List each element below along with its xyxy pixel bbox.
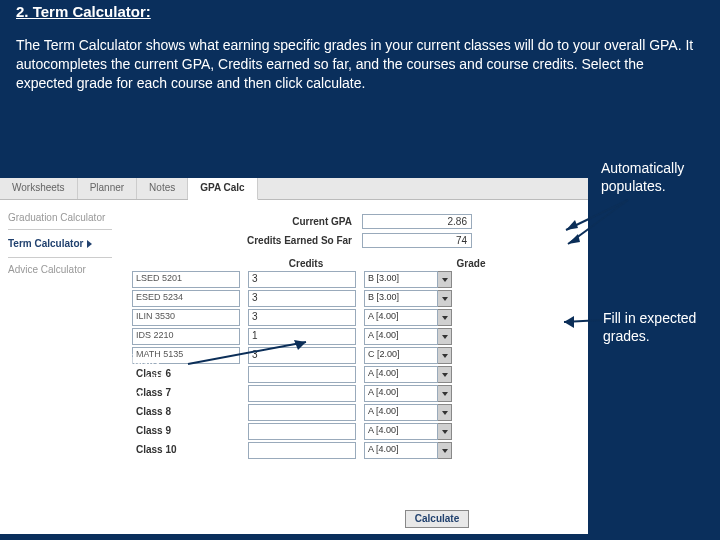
course-field[interactable]: ESED 5234 bbox=[132, 290, 240, 307]
grade-select[interactable]: A [4.00] bbox=[364, 309, 452, 326]
tab-bar: Worksheets Planner Notes GPA Calc bbox=[0, 178, 588, 200]
credits-field[interactable] bbox=[248, 442, 356, 459]
tab-gpa-calc[interactable]: GPA Calc bbox=[188, 178, 257, 200]
grade-value: A [4.00] bbox=[364, 309, 438, 326]
grade-value: B [3.00] bbox=[364, 271, 438, 288]
input-current-gpa[interactable]: 2.86 bbox=[362, 214, 472, 229]
credits-field[interactable] bbox=[248, 385, 356, 402]
annot-auto-populates: Automatically populates. bbox=[601, 160, 711, 195]
credits-field[interactable]: 3 bbox=[248, 290, 356, 307]
arrow-auto-credits bbox=[560, 200, 640, 254]
sidebar-item-advice[interactable]: Advice Calculator bbox=[8, 258, 112, 281]
dropdown-button[interactable] bbox=[438, 423, 452, 440]
chevron-down-icon bbox=[442, 354, 448, 358]
credits-field[interactable] bbox=[248, 404, 356, 421]
header-credits: Credits bbox=[248, 258, 364, 269]
credits-field[interactable] bbox=[248, 423, 356, 440]
table-row: Class 9A [4.00] bbox=[132, 423, 578, 440]
grade-value: A [4.00] bbox=[364, 404, 438, 421]
grade-select[interactable]: A [4.00] bbox=[364, 366, 452, 383]
chevron-down-icon bbox=[442, 449, 448, 453]
dropdown-button[interactable] bbox=[438, 442, 452, 459]
table-row: Class 7A [4.00] bbox=[132, 385, 578, 402]
grade-select[interactable]: B [3.00] bbox=[364, 290, 452, 307]
chevron-down-icon bbox=[442, 278, 448, 282]
tab-worksheets[interactable]: Worksheets bbox=[0, 178, 78, 199]
section-heading: 2. Term Calculator: bbox=[0, 0, 720, 22]
chevron-down-icon bbox=[442, 297, 448, 301]
dropdown-button[interactable] bbox=[438, 309, 452, 326]
grade-select[interactable]: A [4.00] bbox=[364, 404, 452, 421]
chevron-down-icon bbox=[442, 430, 448, 434]
grade-select[interactable]: A [4.00] bbox=[364, 442, 452, 459]
tab-planner[interactable]: Planner bbox=[78, 178, 137, 199]
section-description: The Term Calculator shows what earning s… bbox=[0, 22, 720, 99]
grade-value: A [4.00] bbox=[364, 423, 438, 440]
table-row: Class 10A [4.00] bbox=[132, 442, 578, 459]
input-credits-earned[interactable]: 74 bbox=[362, 233, 472, 248]
grade-select[interactable]: C [2.00] bbox=[364, 347, 452, 364]
label-current-gpa: Current GPA bbox=[132, 216, 362, 227]
svg-marker-3 bbox=[568, 234, 580, 244]
svg-marker-9 bbox=[382, 515, 392, 525]
label-credits-earned: Credits Earned So Far bbox=[132, 235, 362, 246]
course-field[interactable]: LSED 5201 bbox=[132, 271, 240, 288]
sidebar-item-term[interactable]: Term Calculator bbox=[8, 229, 112, 258]
grade-value: C [2.00] bbox=[364, 347, 438, 364]
dropdown-button[interactable] bbox=[438, 290, 452, 307]
svg-line-4 bbox=[188, 342, 306, 364]
course-field[interactable]: ILIN 3530 bbox=[132, 309, 240, 326]
chevron-right-icon bbox=[87, 240, 92, 248]
table-row: LSED 52013B [3.00] bbox=[132, 271, 578, 288]
dropdown-button[interactable] bbox=[438, 328, 452, 345]
table-row: ILIN 35303A [4.00] bbox=[132, 309, 578, 326]
chevron-down-icon bbox=[442, 411, 448, 415]
svg-marker-7 bbox=[564, 316, 574, 328]
chevron-down-icon bbox=[442, 373, 448, 377]
grade-value: A [4.00] bbox=[364, 442, 438, 459]
grade-select[interactable]: A [4.00] bbox=[364, 385, 452, 402]
credits-field[interactable]: 3 bbox=[248, 309, 356, 326]
grade-value: A [4.00] bbox=[364, 385, 438, 402]
tab-notes[interactable]: Notes bbox=[137, 178, 188, 199]
dropdown-button[interactable] bbox=[438, 404, 452, 421]
annot-auto-courses: Automatically populates with courses in … bbox=[78, 352, 198, 422]
header-grade: Grade bbox=[364, 258, 578, 269]
chevron-down-icon bbox=[442, 392, 448, 396]
sidebar-item-label: Term Calculator bbox=[8, 238, 83, 249]
annot-click-calculate: Click Calculate bbox=[170, 510, 263, 528]
grade-select[interactable]: A [4.00] bbox=[364, 423, 452, 440]
grade-value: B [3.00] bbox=[364, 290, 438, 307]
table-row: Class 8A [4.00] bbox=[132, 404, 578, 421]
course-field: Class 10 bbox=[132, 442, 240, 459]
arrow-calculate bbox=[280, 512, 400, 530]
table-header: Credits Grade bbox=[132, 258, 578, 269]
dropdown-button[interactable] bbox=[438, 271, 452, 288]
arrow-courses bbox=[188, 338, 318, 372]
arrow-grades bbox=[560, 300, 610, 334]
chevron-down-icon bbox=[442, 316, 448, 320]
table-row: ESED 52343B [3.00] bbox=[132, 290, 578, 307]
dropdown-button[interactable] bbox=[438, 366, 452, 383]
course-field: Class 9 bbox=[132, 423, 240, 440]
grade-select[interactable]: B [3.00] bbox=[364, 271, 452, 288]
dropdown-button[interactable] bbox=[438, 385, 452, 402]
credits-field[interactable]: 3 bbox=[248, 271, 356, 288]
grade-select[interactable]: A [4.00] bbox=[364, 328, 452, 345]
sidebar-item-graduation[interactable]: Graduation Calculator bbox=[8, 206, 112, 229]
calculate-button[interactable]: Calculate bbox=[405, 510, 469, 528]
chevron-down-icon bbox=[442, 335, 448, 339]
grade-value: A [4.00] bbox=[364, 328, 438, 345]
annot-fill-grades: Fill in expected grades. bbox=[603, 310, 713, 345]
dropdown-button[interactable] bbox=[438, 347, 452, 364]
grade-value: A [4.00] bbox=[364, 366, 438, 383]
